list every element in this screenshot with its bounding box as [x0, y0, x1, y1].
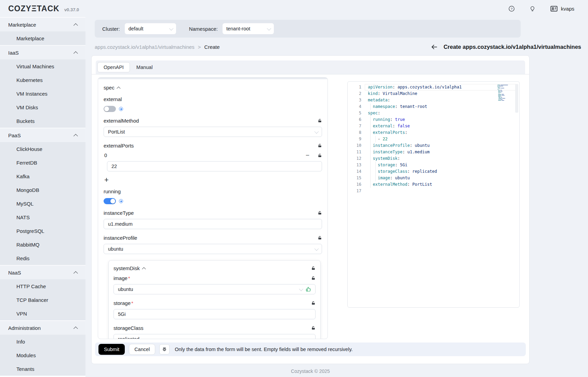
code-line: 7 external: false — [348, 123, 519, 129]
breadcrumb-current: Create — [204, 44, 220, 50]
sidebar-item-kafka[interactable]: Kafka — [0, 169, 85, 183]
code-line: 1apiVersion: apps.cozystack.io/v1alpha1 — [348, 84, 519, 90]
app-logo[interactable]: COZYΞTACK — [8, 4, 59, 13]
back-arrow-icon[interactable] — [431, 43, 438, 51]
unlocked-padlock-icon[interactable] — [318, 153, 322, 158]
sidebar-item-virtual-machines[interactable]: Virtual Machines — [0, 59, 85, 73]
code-line: 15 image: ubuntu — [348, 175, 519, 181]
code-text: storage: 5Gi — [368, 162, 407, 168]
sidebar-section-label: Marketplace — [8, 22, 36, 28]
chevron-up-icon — [74, 271, 78, 276]
spec-section-header[interactable]: spec — [104, 85, 322, 90]
chevron-up-icon — [117, 86, 120, 90]
chevron-up-icon — [142, 267, 146, 271]
field-externalPorts: externalPorts 0 − — [104, 142, 322, 184]
editor-scrollbar[interactable] — [515, 84, 518, 113]
field-running: running — [104, 188, 322, 204]
sidebar-item-mysql[interactable]: MySQL — [0, 197, 85, 210]
externalMethod-value: PortList — [108, 129, 125, 135]
lightbulb-icon[interactable] — [529, 5, 536, 12]
storageClass-label: storageClass — [113, 325, 144, 331]
sidebar-item-clickhouse[interactable]: ClickHouse — [0, 142, 85, 156]
sidebar-item-marketplace[interactable]: Marketplace — [0, 31, 85, 45]
sidebar-item-postgresql[interactable]: PostgreSQL — [0, 224, 85, 238]
form-panel: spec external — [98, 77, 328, 339]
remove-item-button[interactable]: − — [306, 153, 309, 158]
sidebar-section-administration[interactable]: Administration — [0, 321, 85, 335]
sidebar-section-naas[interactable]: NaaS — [0, 266, 85, 279]
code-line: 2kind: VirtualMachine — [348, 90, 519, 97]
sidebar-item-tcp-balancer[interactable]: TCP Balancer — [0, 293, 85, 307]
sidebar-item-info[interactable]: Info — [0, 335, 85, 348]
sidebar-item-http-cache[interactable]: HTTP Cache — [0, 279, 85, 293]
sidebar-section-paas[interactable]: PaaS — [0, 128, 85, 142]
chevron-down-icon — [315, 129, 319, 134]
editor-minimap[interactable] — [497, 85, 514, 101]
thumbs-up-icon[interactable] — [306, 287, 311, 292]
cluster-label: Cluster: — [102, 26, 120, 32]
add-item-button[interactable]: + — [104, 176, 112, 184]
external-toggle[interactable] — [104, 106, 116, 112]
bug-icon — [162, 347, 167, 352]
unlocked-padlock-icon[interactable] — [318, 118, 322, 123]
cancel-button[interactable]: Cancel — [129, 344, 155, 355]
line-number: 11 — [348, 149, 361, 155]
unlocked-padlock-icon[interactable] — [311, 276, 316, 280]
debug-button[interactable] — [159, 344, 170, 354]
unlocked-padlock-icon[interactable] — [318, 143, 322, 148]
sidebar-item-nats[interactable]: NATS — [0, 210, 85, 224]
unlocked-padlock-icon[interactable] — [311, 301, 316, 305]
storage-input[interactable] — [113, 309, 316, 319]
spec-section-label: spec — [104, 85, 115, 90]
help-icon[interactable]: ? — [508, 5, 515, 12]
running-toggle[interactable] — [104, 198, 116, 204]
username: kvaps — [561, 6, 574, 12]
line-number: 13 — [348, 162, 361, 168]
sidebar-item-vm-instances[interactable]: VM Instances — [0, 87, 85, 100]
sidebar-item-kubernetes[interactable]: Kubernetes — [0, 73, 85, 87]
sidebar-section-iaas[interactable]: IaaS — [0, 46, 85, 59]
code-text: storageClass: replicated — [368, 168, 437, 175]
externalPorts-label: externalPorts — [104, 143, 134, 149]
namespace-select[interactable]: tenant-root — [223, 23, 274, 34]
main-content: Cluster: default Namespace: tenant-root … — [85, 17, 588, 377]
code-text: metadata: — [368, 97, 390, 103]
user-menu[interactable]: kvaps — [550, 5, 574, 13]
line-number: 8 — [348, 129, 361, 136]
image-select[interactable]: ubuntu — [113, 284, 316, 294]
sidebar-item-rabbitmq[interactable]: RabbitMQ — [0, 238, 85, 251]
sidebar-item-mongodb[interactable]: MongoDB — [0, 183, 85, 197]
sidebar-item-vpn[interactable]: VPN — [0, 307, 85, 320]
externalPorts-0-input[interactable] — [107, 161, 322, 171]
breadcrumb-resource-link[interactable]: apps.cozystack.io/v1alpha1/virtualmachin… — [95, 44, 195, 50]
unlocked-padlock-icon[interactable] — [318, 211, 322, 215]
sidebar-item-modules[interactable]: Modules — [0, 348, 85, 362]
unlocked-padlock-icon[interactable] — [318, 236, 322, 240]
sidebar-item-vm-disks[interactable]: VM Disks — [0, 100, 85, 114]
cluster-value: default — [129, 26, 144, 31]
tab-openapi[interactable]: OpenAPI — [97, 62, 130, 72]
line-number: 14 — [348, 168, 361, 175]
instanceType-input[interactable] — [104, 219, 322, 229]
yaml-editor[interactable]: 1apiVersion: apps.cozystack.io/v1alpha12… — [347, 81, 520, 308]
unlocked-padlock-icon[interactable] — [311, 266, 316, 270]
line-number: 12 — [348, 155, 361, 162]
cluster-select[interactable]: default — [125, 23, 176, 34]
field-externalMethod: externalMethod PortList — [104, 117, 322, 137]
externalMethod-select[interactable]: PortList — [104, 127, 322, 137]
code-line: 10 instanceProfile: ubuntu — [348, 142, 519, 149]
instanceProfile-select[interactable]: ubuntu — [104, 244, 322, 254]
sidebar-item-buckets[interactable]: Buckets — [0, 114, 85, 128]
sidebar-section-marketplace[interactable]: Marketplace — [0, 18, 85, 31]
tab-manual[interactable]: Manual — [131, 62, 159, 72]
systemdisk-section-header[interactable]: systemDisk — [113, 265, 316, 271]
sidebar-item-redis[interactable]: Redis — [0, 251, 85, 265]
image-value: ubuntu — [118, 287, 133, 292]
sidebar-item-tenants[interactable]: Tenants — [0, 362, 85, 376]
unlocked-padlock-icon[interactable] — [311, 326, 316, 330]
code-line: 16 externalMethod: PortList — [348, 181, 519, 188]
form-note: Only the data from the form will be sent… — [175, 347, 352, 352]
submit-button[interactable]: Submit — [98, 344, 125, 355]
storageClass-input[interactable] — [113, 334, 316, 339]
sidebar-item-ferretdb[interactable]: FerretDB — [0, 156, 85, 169]
